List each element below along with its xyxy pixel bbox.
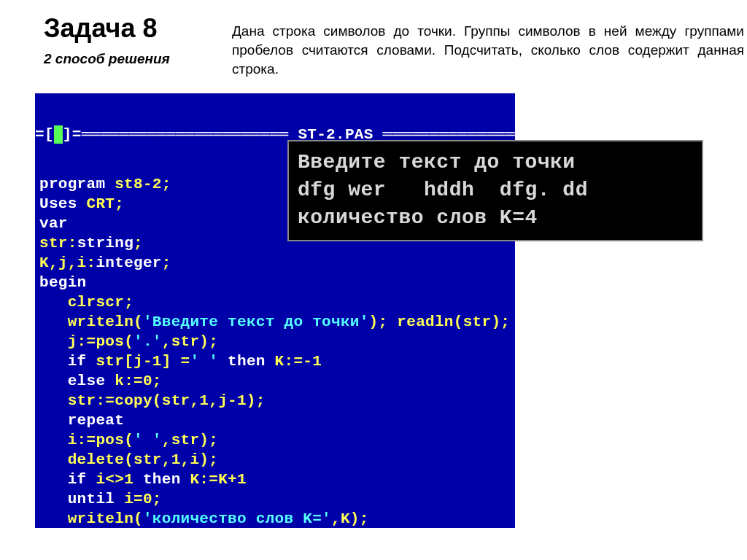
- problem-header: Задача 8 2 способ решения: [44, 15, 170, 67]
- code-token: string: [77, 235, 133, 252]
- code-token: [39, 392, 68, 409]
- code-token: writeln: [68, 510, 133, 527]
- code-token: (: [454, 314, 463, 330]
- code-line: j:=pos('.',str);: [39, 332, 511, 351]
- code-token: K:=K+1: [190, 471, 246, 488]
- code-token: if: [68, 471, 96, 488]
- code-token: str:=copy(str,1,j-1);: [68, 392, 266, 409]
- code-line: str:=copy(str,1,j-1);: [39, 391, 511, 411]
- code-token: ,str);: [162, 432, 218, 448]
- code-token: :: [87, 254, 96, 271]
- task-subtitle: 2 способ решения: [44, 51, 170, 67]
- code-token: [39, 333, 68, 350]
- task-title: Задача 8: [44, 15, 170, 42]
- code-token: writeln: [68, 314, 133, 330]
- code-token: str: [39, 235, 68, 252]
- code-token: ;: [162, 176, 171, 192]
- code-token: [39, 510, 68, 527]
- code-token: [218, 353, 228, 370]
- code-line: repeat: [39, 411, 511, 430]
- console-line-3: количество слов K=4: [298, 206, 538, 229]
- code-token: 'Введите текст до точки': [143, 314, 369, 330]
- code-token: [39, 314, 68, 330]
- code-token: until: [68, 491, 124, 508]
- ide-close-icon[interactable]: [54, 125, 63, 144]
- code-token: ;: [124, 294, 133, 311]
- code-token: (: [133, 314, 143, 330]
- code-token: i=0;: [124, 491, 162, 508]
- code-token: if: [68, 353, 96, 370]
- code-token: ;: [115, 195, 124, 212]
- code-token: delete(str,1,i);: [68, 451, 218, 468]
- ide-title-midfill: ══════════════════════: [82, 126, 289, 143]
- code-token: clrscr: [68, 294, 124, 311]
- code-line: K,j,i:integer;: [39, 253, 511, 273]
- code-token: program: [39, 176, 115, 192]
- problem-statement: Дана строка символов до точки. Группы си…: [232, 22, 744, 79]
- code-token: ;: [133, 235, 143, 252]
- code-token: [39, 451, 68, 468]
- code-token: ;: [500, 314, 510, 330]
- code-token: ): [369, 314, 379, 330]
- code-line: delete(str,1,i);: [39, 450, 511, 470]
- code-token: [39, 432, 68, 448]
- code-token: str: [463, 314, 492, 330]
- ide-title-left: =[: [35, 126, 54, 143]
- code-line: writeln('количество слов K=',K);: [39, 509, 511, 528]
- code-line: until i=0;: [39, 489, 511, 509]
- code-line: writeln('Введите текст до точки'); readl…: [39, 312, 511, 332]
- code-token: else: [68, 373, 115, 389]
- code-token: repeat: [68, 412, 124, 429]
- ide-title-left2: ]=: [63, 126, 82, 143]
- code-token: [39, 412, 68, 429]
- code-token: i<>1: [96, 471, 143, 488]
- code-token: ;: [379, 314, 388, 330]
- code-token: K,j,i: [39, 254, 87, 271]
- code-token: CRT: [87, 195, 115, 212]
- code-token: [39, 471, 68, 488]
- code-line: clrscr;: [39, 292, 511, 312]
- code-token: [39, 353, 68, 370]
- code-token: st8-2: [115, 176, 162, 192]
- code-token: ,str);: [162, 333, 218, 350]
- code-token: begin: [39, 274, 87, 291]
- code-token: then: [143, 471, 190, 488]
- code-token: [39, 373, 68, 389]
- code-token: ): [491, 314, 500, 330]
- code-token: [39, 491, 68, 508]
- code-token: :: [68, 235, 77, 252]
- code-token: 'количество слов K=': [143, 510, 331, 527]
- code-token: integer: [96, 254, 161, 271]
- code-token: str[j-1] =: [96, 353, 190, 370]
- console-line-2: dfg wer hddh dfg. dd: [298, 179, 588, 201]
- console-output: Введите текст до точки dfg wer hddh dfg.…: [287, 140, 703, 241]
- code-token: Uses: [39, 195, 87, 212]
- code-token: readln: [387, 314, 453, 330]
- code-line: if i<>1 then K:=K+1: [39, 470, 511, 489]
- code-token: K:=-1: [275, 353, 322, 370]
- code-token: j:=pos(: [68, 333, 133, 350]
- code-token: i:=pos(: [68, 432, 133, 448]
- code-line: else k:=0;: [39, 371, 511, 391]
- code-token: '.': [133, 333, 162, 350]
- code-token: k:=0;: [115, 373, 162, 389]
- code-token: [39, 294, 68, 311]
- code-line: i:=pos(' ',str);: [39, 430, 511, 450]
- code-token: var: [39, 215, 68, 232]
- code-token: ' ': [133, 432, 162, 448]
- code-line: if str[j-1] =' ' then K:=-1: [39, 351, 511, 371]
- code-token: ;: [162, 254, 171, 271]
- code-token: (: [133, 510, 143, 527]
- code-line: begin: [39, 273, 511, 292]
- console-line-1: Введите текст до точки: [298, 151, 576, 174]
- code-token: ' ': [190, 353, 218, 370]
- code-token: then: [228, 353, 275, 370]
- code-token: ,K);: [331, 510, 369, 527]
